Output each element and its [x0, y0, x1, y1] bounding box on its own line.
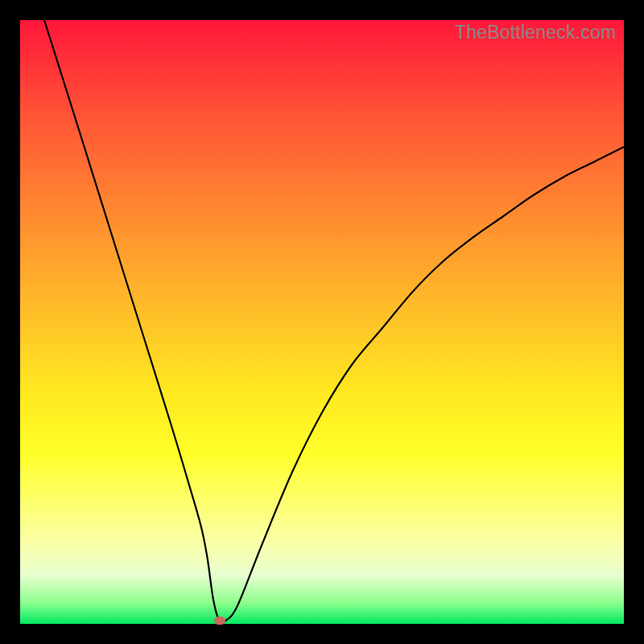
- plot-area: TheBottleneck.com: [20, 20, 624, 624]
- curve-path: [44, 20, 624, 623]
- curve-svg: [20, 20, 624, 624]
- optimum-marker: [214, 617, 225, 625]
- chart-frame: TheBottleneck.com: [0, 0, 644, 644]
